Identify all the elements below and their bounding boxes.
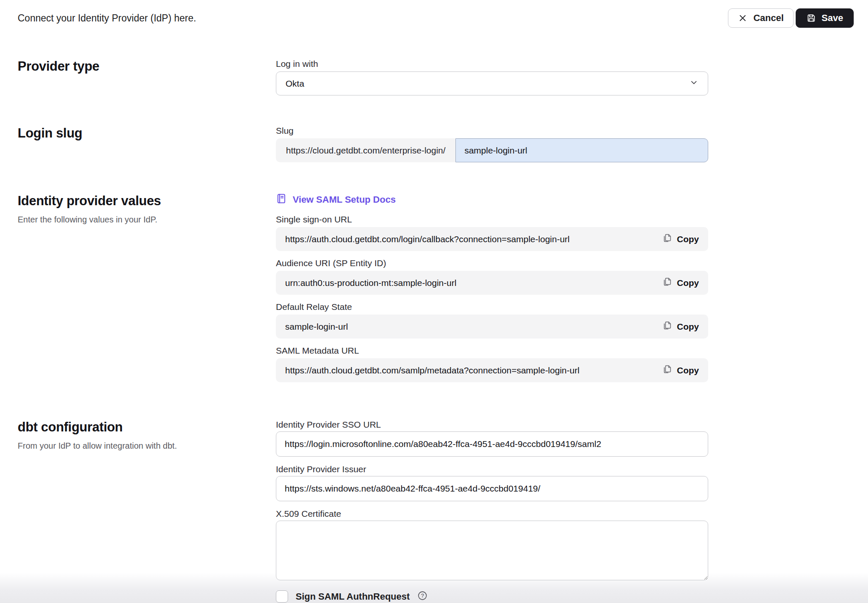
sso-settings-form: Provider type Log in with Okta Login slu…	[0, 59, 868, 603]
copy-sso-url-button[interactable]: Copy	[662, 233, 699, 245]
relay-state-field: sample-login-url Copy	[276, 315, 708, 339]
login-slug-heading: Login slug	[18, 126, 259, 141]
copy-relay-state-button[interactable]: Copy	[662, 320, 699, 333]
dbt-configuration-heading: dbt configuration	[18, 420, 259, 435]
top-bar: Connect your Identity Provider (IdP) her…	[0, 0, 868, 28]
cancel-button-label: Cancel	[753, 13, 783, 24]
copy-icon	[662, 233, 672, 245]
relay-state-label: Default Relay State	[276, 302, 708, 312]
page-description: Connect your Identity Provider (IdP) her…	[18, 13, 196, 24]
idp-sso-url-label: Identity Provider SSO URL	[276, 420, 708, 430]
copy-metadata-url-button[interactable]: Copy	[662, 364, 699, 376]
copy-icon	[662, 364, 672, 376]
audience-uri-value: urn:auth0:us-production-mt:sample-login-…	[285, 278, 456, 288]
chevron-down-icon	[689, 78, 699, 89]
audience-uri-label: Audience URI (SP Entity ID)	[276, 258, 708, 268]
provider-type-section: Provider type Log in with Okta	[18, 59, 868, 95]
save-button[interactable]: Save	[796, 8, 854, 28]
slug-input-group: https://cloud.getdbt.com/enterprise-logi…	[276, 138, 708, 162]
x509-certificate-label: X.509 Certificate	[276, 509, 708, 519]
sign-authnrequest-row: Sign SAML AuthnRequest ?	[276, 590, 708, 603]
saml-metadata-url-label: SAML Metadata URL	[276, 346, 708, 356]
login-slug-section: Login slug Slug https://cloud.getdbt.com…	[18, 126, 868, 162]
x509-certificate-textarea[interactable]	[276, 521, 708, 580]
slug-label: Slug	[276, 126, 708, 136]
copy-button-label: Copy	[677, 365, 699, 376]
floppy-disk-icon	[806, 13, 816, 23]
idp-issuer-input[interactable]	[276, 476, 708, 501]
saml-docs-link-label: View SAML Setup Docs	[293, 194, 396, 205]
provider-select-value: Okta	[286, 79, 304, 89]
sign-authnrequest-checkbox[interactable]	[276, 590, 288, 603]
copy-icon	[662, 277, 672, 289]
saml-docs-link[interactable]: View SAML Setup Docs	[276, 193, 396, 206]
sso-url-readonly-label: Single sign-on URL	[276, 214, 708, 225]
saml-metadata-url-value: https://auth.cloud.getdbt.com/samlp/meta…	[285, 365, 580, 376]
login-with-label: Log in with	[276, 59, 708, 69]
relay-state-value: sample-login-url	[285, 322, 348, 332]
cancel-button[interactable]: Cancel	[728, 8, 793, 28]
idp-issuer-label: Identity Provider Issuer	[276, 464, 708, 474]
svg-text:?: ?	[421, 592, 424, 599]
dbt-configuration-section: dbt configuration From your IdP to allow…	[18, 420, 868, 603]
copy-button-label: Copy	[677, 234, 699, 244]
sso-url-readonly-value: https://auth.cloud.getdbt.com/login/call…	[285, 234, 569, 244]
slug-input[interactable]	[455, 138, 708, 162]
x-icon	[738, 13, 748, 23]
audience-uri-field: urn:auth0:us-production-mt:sample-login-…	[276, 271, 708, 295]
idp-values-heading: Identity provider values	[18, 193, 259, 209]
top-actions: Cancel Save	[728, 8, 854, 28]
idp-values-section: Identity provider values Enter the follo…	[18, 193, 868, 389]
dbt-configuration-subtext: From your IdP to allow integration with …	[18, 440, 259, 451]
copy-icon	[662, 320, 672, 333]
slug-url-prefix: https://cloud.getdbt.com/enterprise-logi…	[276, 138, 455, 162]
copy-button-label: Copy	[677, 322, 699, 332]
journal-icon	[276, 193, 287, 206]
sign-authnrequest-label: Sign SAML AuthnRequest	[296, 591, 410, 602]
saml-metadata-url-field: https://auth.cloud.getdbt.com/samlp/meta…	[276, 358, 708, 382]
copy-audience-uri-button[interactable]: Copy	[662, 277, 699, 289]
idp-values-subtext: Enter the following values in your IdP.	[18, 214, 259, 225]
save-button-label: Save	[822, 13, 843, 24]
idp-sso-url-input[interactable]	[276, 431, 708, 457]
copy-button-label: Copy	[677, 278, 699, 288]
question-mark-circle-icon[interactable]: ?	[417, 590, 428, 603]
provider-type-heading: Provider type	[18, 59, 259, 74]
sso-url-readonly-field: https://auth.cloud.getdbt.com/login/call…	[276, 227, 708, 251]
provider-select[interactable]: Okta	[276, 71, 708, 95]
